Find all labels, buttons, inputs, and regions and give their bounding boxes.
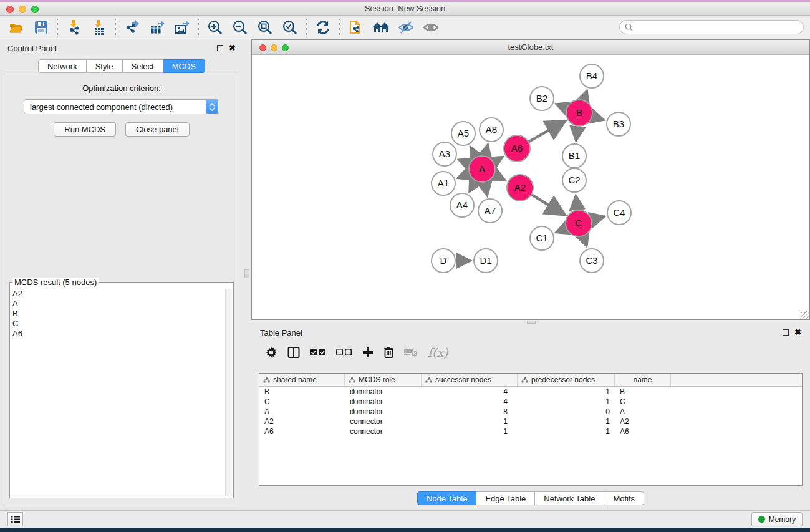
task-history-button[interactable]: [7, 512, 23, 526]
table-cell[interactable]: 8: [422, 407, 518, 416]
graph-edge[interactable]: [529, 121, 565, 142]
import-table-icon[interactable]: [90, 19, 108, 36]
zoom-out-icon[interactable]: [231, 19, 249, 36]
table-row[interactable]: Bdominator41B: [259, 387, 802, 397]
result-item[interactable]: C: [12, 319, 224, 329]
graph-edge[interactable]: [583, 236, 587, 247]
table-row[interactable]: Cdominator41C: [259, 397, 802, 407]
table-cell[interactable]: dominator: [345, 387, 422, 396]
table-cell[interactable]: 4: [422, 397, 518, 406]
horizontal-splitter-handle[interactable]: [527, 321, 536, 324]
minimize-window-button[interactable]: [19, 6, 26, 13]
toolbar-search[interactable]: [619, 20, 804, 34]
hide-all-columns-icon[interactable]: [336, 349, 352, 356]
table-cell[interactable]: A: [259, 407, 345, 416]
search-input[interactable]: [636, 23, 798, 32]
table-row[interactable]: A2connector11A2: [259, 417, 802, 427]
new-network-from-file-icon[interactable]: [347, 19, 365, 36]
tab-network[interactable]: Network: [38, 59, 87, 73]
zoom-fit-icon[interactable]: [256, 19, 274, 36]
table-cell[interactable]: A6: [615, 427, 671, 436]
tab-node-table[interactable]: Node Table: [417, 491, 477, 505]
settings-gear-icon[interactable]: [265, 346, 277, 359]
graph-edge[interactable]: [458, 174, 470, 178]
split-view-icon[interactable]: [287, 346, 300, 359]
column-header-predecessor-nodes[interactable]: predecessor nodes: [518, 374, 615, 386]
graph-edge[interactable]: [485, 144, 488, 155]
graph-edge[interactable]: [556, 228, 566, 233]
result-item[interactable]: A6: [12, 329, 224, 339]
column-header-shared-name[interactable]: shared name: [259, 374, 345, 386]
table-cell[interactable]: A2: [259, 417, 345, 426]
export-network-icon[interactable]: [123, 19, 141, 36]
tab-network-table[interactable]: Network Table: [535, 491, 604, 505]
export-table-icon[interactable]: [148, 19, 166, 36]
close-network-window-button[interactable]: [259, 44, 266, 51]
table-cell[interactable]: 0: [518, 407, 615, 416]
graph-edge[interactable]: [494, 175, 506, 181]
table-row[interactable]: Adominator80A: [259, 407, 802, 417]
export-image-icon[interactable]: [173, 19, 191, 36]
minimize-network-window-button[interactable]: [271, 44, 277, 51]
save-session-icon[interactable]: [32, 19, 50, 36]
column-header-mcds-role[interactable]: MCDS role: [345, 374, 422, 386]
table-cell[interactable]: 1: [422, 427, 518, 436]
run-mcds-button[interactable]: Run MCDS: [54, 122, 116, 137]
tab-style[interactable]: Style: [87, 59, 123, 73]
graph-edge[interactable]: [470, 147, 476, 157]
close-window-button[interactable]: [6, 6, 14, 13]
close-panel-button[interactable]: Close panel: [125, 122, 190, 137]
zoom-selected-icon[interactable]: [281, 19, 299, 36]
home-icon[interactable]: [372, 19, 390, 36]
graph-edge[interactable]: [470, 181, 476, 192]
graph-edge[interactable]: [532, 195, 565, 215]
graph-edge[interactable]: [576, 127, 578, 141]
delete-columns-icon[interactable]: [383, 346, 394, 359]
graph-edge[interactable]: [494, 157, 503, 162]
memory-button[interactable]: Memory: [751, 512, 803, 526]
tab-motifs[interactable]: Motifs: [604, 491, 644, 505]
window-resize-grip[interactable]: [801, 311, 809, 319]
open-session-icon[interactable]: [7, 19, 25, 36]
float-panel-icon[interactable]: [217, 45, 223, 51]
close-table-panel-icon[interactable]: ✖: [794, 329, 801, 336]
table-row[interactable]: A6connector11A6: [259, 427, 802, 437]
graph-edge[interactable]: [576, 195, 577, 210]
vertical-splitter-handle[interactable]: [244, 269, 249, 278]
graph-edge[interactable]: [458, 160, 469, 164]
table-cell[interactable]: C: [259, 397, 345, 406]
refresh-view-icon[interactable]: [314, 19, 332, 36]
graph-edge[interactable]: [485, 183, 487, 196]
table-cell[interactable]: A6: [259, 427, 345, 436]
node-table[interactable]: shared name MCDS role successor nodes pr…: [259, 373, 803, 486]
tab-select[interactable]: Select: [123, 59, 163, 73]
table-cell[interactable]: dominator: [345, 407, 422, 416]
table-cell[interactable]: 1: [518, 387, 615, 396]
mcds-result-list[interactable]: A2ABCA6: [12, 289, 224, 496]
table-cell[interactable]: 1: [518, 427, 615, 436]
show-all-columns-icon[interactable]: [310, 349, 326, 356]
show-graphics-details-icon[interactable]: [422, 19, 440, 36]
import-network-icon[interactable]: [65, 19, 83, 36]
graph-edge[interactable]: [584, 90, 587, 100]
zoom-network-window-button[interactable]: [282, 44, 289, 51]
result-item[interactable]: A: [12, 299, 224, 309]
zoom-window-button[interactable]: [31, 6, 39, 13]
table-cell[interactable]: 1: [518, 397, 615, 406]
table-cell[interactable]: 1: [422, 417, 518, 426]
float-table-panel-icon[interactable]: [783, 329, 789, 336]
table-cell[interactable]: C: [615, 397, 671, 406]
graph-edge[interactable]: [592, 117, 604, 120]
graph-edge[interactable]: [592, 216, 604, 220]
add-column-icon[interactable]: [362, 347, 374, 358]
tab-edge-table[interactable]: Edge Table: [476, 491, 535, 505]
table-cell[interactable]: A2: [615, 417, 671, 426]
column-header-successor-nodes[interactable]: successor nodes: [422, 374, 518, 386]
table-cell[interactable]: 4: [422, 387, 518, 396]
table-cell[interactable]: connector: [345, 427, 422, 436]
result-item[interactable]: A2: [12, 289, 224, 299]
close-panel-icon[interactable]: ✖: [229, 45, 236, 51]
network-graph[interactable]: AA1A2A3A4A5A6A7A8BB1B2B3B4CC1C2C3C4DD1: [252, 55, 809, 319]
result-scrollbar[interactable]: [225, 289, 232, 496]
table-cell[interactable]: dominator: [345, 397, 422, 406]
